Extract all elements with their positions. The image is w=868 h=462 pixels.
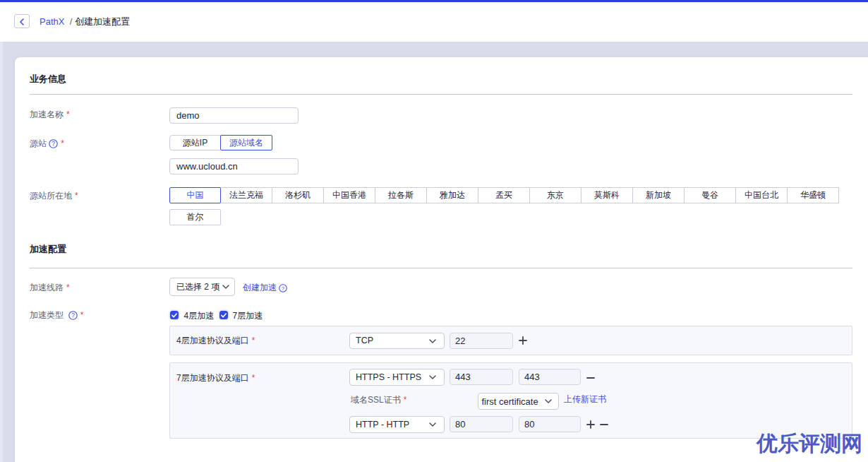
svg-text:?: ?	[71, 312, 75, 319]
svg-text:?: ?	[52, 140, 55, 147]
svg-text:?: ?	[282, 285, 285, 291]
